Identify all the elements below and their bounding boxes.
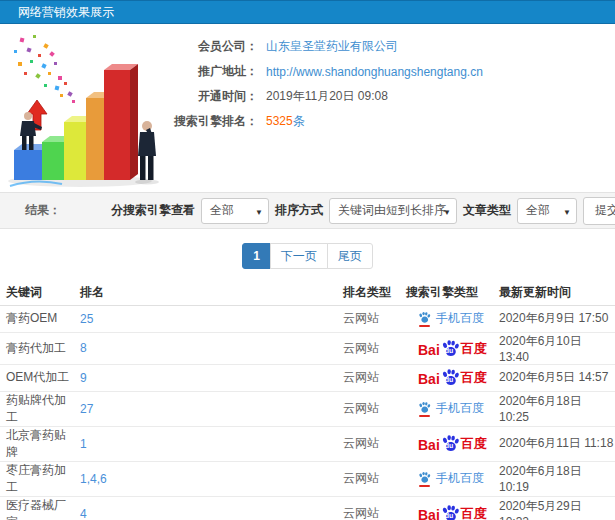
keyword-cell: OEM代加工 xyxy=(0,364,74,391)
result-label: 结果： xyxy=(25,193,61,228)
baidu-du-text: du xyxy=(445,347,454,354)
update-time-cell: 2020年6月18日 10:25 xyxy=(493,391,615,426)
engine-filter-select[interactable]: 全部 ▼ xyxy=(201,198,269,224)
sort-filter-select[interactable]: 关键词由短到长排序 ▼ xyxy=(329,198,457,224)
member-info-section: 会员公司： 山东皇圣堂药业有限公司 推广地址： http://www.shand… xyxy=(0,24,615,192)
table-row: 医疗器械厂家 4 云网站 xyxy=(0,496,615,520)
rank-type-cell: 云网站 xyxy=(337,332,400,364)
update-time-cell: 2020年6月10日 13:40 xyxy=(493,332,615,364)
field-promo-url: 推广地址： http://www.shandonghuangshengtang.… xyxy=(166,59,483,84)
mobile-baidu-logo: 手机百度 xyxy=(418,400,484,417)
baidu-cn-text: 百度 xyxy=(461,340,487,358)
page-button-current[interactable]: 1 xyxy=(242,243,271,269)
baidu-logo: Bai du 百度 xyxy=(418,434,487,453)
company-label: 会员公司： xyxy=(166,38,258,55)
businessman-right xyxy=(135,121,159,185)
col-header-keyword: 关键词 xyxy=(0,281,74,305)
results-table-body: 膏药OEM 25 云网站 手机百度 xyxy=(0,305,615,520)
baidu-du-text: du xyxy=(445,376,454,383)
baidu-bai-text: Bai xyxy=(418,371,440,387)
baidu-cn-text: 百度 xyxy=(461,435,487,453)
page-title: 网络营销效果展示 xyxy=(0,1,615,23)
table-row: 膏药OEM 25 云网站 手机百度 xyxy=(0,305,615,332)
baidu-paw-icon xyxy=(418,471,431,484)
col-header-update-time: 最新更新时间 xyxy=(493,281,615,305)
rank-type-cell: 云网站 xyxy=(337,305,400,332)
filter-bar: 结果： 分搜索引擎查看 全部 ▼ 排序方式 关键词由短到长排序 ▼ 文章类型 全… xyxy=(0,192,615,229)
open-time-value: 2019年11月20日 09:08 xyxy=(266,88,388,105)
results-table: 关键词 排名 排名类型 搜索引擎类型 最新更新时间 膏药OEM 25 云网站 xyxy=(0,281,615,520)
baidu-cn-text: 百度 xyxy=(461,505,487,520)
red-underline xyxy=(419,415,430,417)
pagination: 1 下一页 尾页 xyxy=(0,243,615,269)
keyword-cell: 膏药代加工 xyxy=(0,332,74,364)
caret-down-icon: ▼ xyxy=(443,208,451,217)
baidu-logo: Bai du 百度 xyxy=(418,339,487,358)
engine-filter-label: 分搜索引擎查看 xyxy=(111,202,195,219)
top-title-bar: 网络营销效果展示 xyxy=(0,0,615,24)
marketing-chart-illustration xyxy=(0,30,186,190)
baidu-bai-text: Bai xyxy=(418,437,440,453)
baidu-logo: Bai du 百度 xyxy=(418,368,487,387)
promo-url-label: 推广地址： xyxy=(166,63,258,80)
rank-link[interactable]: 8 xyxy=(80,341,87,355)
rank-link[interactable]: 27 xyxy=(80,402,93,416)
bar-red xyxy=(104,64,138,180)
field-engine-rank: 搜索引擎排名： 5325条 xyxy=(166,109,483,134)
baidu-bai-text: Bai xyxy=(418,342,440,358)
table-row: OEM代加工 9 云网站 xyxy=(0,364,615,391)
last-page-button[interactable]: 尾页 xyxy=(327,243,373,269)
table-row: 膏药代加工 8 云网站 xyxy=(0,332,615,364)
col-header-rank: 排名 xyxy=(74,281,337,305)
company-link[interactable]: 山东皇圣堂药业有限公司 xyxy=(266,39,398,53)
submit-button[interactable]: 提交 xyxy=(583,197,615,225)
filter-controls: 分搜索引擎查看 全部 ▼ 排序方式 关键词由短到长排序 ▼ 文章类型 全部 ▼ … xyxy=(111,193,615,228)
col-header-rank-type: 排名类型 xyxy=(337,281,400,305)
baidu-bai-text: Bai xyxy=(418,507,440,520)
engine-rank-label: 搜索引擎排名： xyxy=(166,113,258,130)
col-header-engine-type: 搜索引擎类型 xyxy=(400,281,493,305)
baidu-du-text: du xyxy=(445,512,454,519)
rank-link[interactable]: 1 xyxy=(80,437,87,451)
rank-link[interactable]: 25 xyxy=(80,312,93,326)
article-type-select[interactable]: 全部 ▼ xyxy=(517,198,577,224)
sort-filter-label: 排序方式 xyxy=(275,202,323,219)
baidu-paw-icon xyxy=(418,401,431,414)
article-type-label: 文章类型 xyxy=(463,202,511,219)
mobile-baidu-label: 手机百度 xyxy=(436,400,484,417)
promo-url-link[interactable]: http://www.shandonghuangshengtang.cn xyxy=(266,65,483,79)
rank-type-cell: 云网站 xyxy=(337,426,400,461)
rank-link[interactable]: 1,4,6 xyxy=(80,472,107,486)
field-company: 会员公司： 山东皇圣堂药业有限公司 xyxy=(166,34,483,59)
red-underline xyxy=(419,325,430,327)
article-type-value: 全部 xyxy=(526,202,550,219)
baidu-logo: Bai du 百度 xyxy=(418,504,487,520)
rank-type-cell: 云网站 xyxy=(337,496,400,520)
table-row: 药贴牌代加工 27 云网站 手机百度 xyxy=(0,391,615,426)
baidu-paw-icon xyxy=(418,311,431,324)
mobile-baidu-label: 手机百度 xyxy=(436,470,484,487)
rank-type-cell: 云网站 xyxy=(337,391,400,426)
sort-filter-value: 关键词由短到长排序 xyxy=(338,202,446,219)
caret-down-icon: ▼ xyxy=(255,208,263,217)
keyword-cell: 北京膏药贴牌 xyxy=(0,426,74,461)
next-page-button[interactable]: 下一页 xyxy=(270,243,328,269)
field-open-time: 开通时间： 2019年11月20日 09:08 xyxy=(166,84,483,109)
baidu-du-text: du xyxy=(445,442,454,449)
confetti-dots xyxy=(14,35,75,103)
keyword-cell: 医疗器械厂家 xyxy=(0,496,74,520)
engine-rank-count: 5325 xyxy=(266,114,293,128)
keyword-cell: 膏药OEM xyxy=(0,305,74,332)
open-time-label: 开通时间： xyxy=(166,88,258,105)
rank-link[interactable]: 4 xyxy=(80,507,87,520)
rank-type-cell: 云网站 xyxy=(337,364,400,391)
mobile-baidu-label: 手机百度 xyxy=(436,310,484,327)
member-fields: 会员公司： 山东皇圣堂药业有限公司 推广地址： http://www.shand… xyxy=(166,34,483,134)
mobile-baidu-logo: 手机百度 xyxy=(418,470,484,487)
rank-link[interactable]: 9 xyxy=(80,371,87,385)
table-row: 枣庄膏药加工 1,4,6 云网站 手机百度 xyxy=(0,461,615,496)
table-row: 北京膏药贴牌 1 云网站 xyxy=(0,426,615,461)
update-time-cell: 2020年6月18日 10:19 xyxy=(493,461,615,496)
update-time-cell: 2020年6月11日 11:18 xyxy=(493,426,615,461)
keyword-cell: 药贴牌代加工 xyxy=(0,391,74,426)
